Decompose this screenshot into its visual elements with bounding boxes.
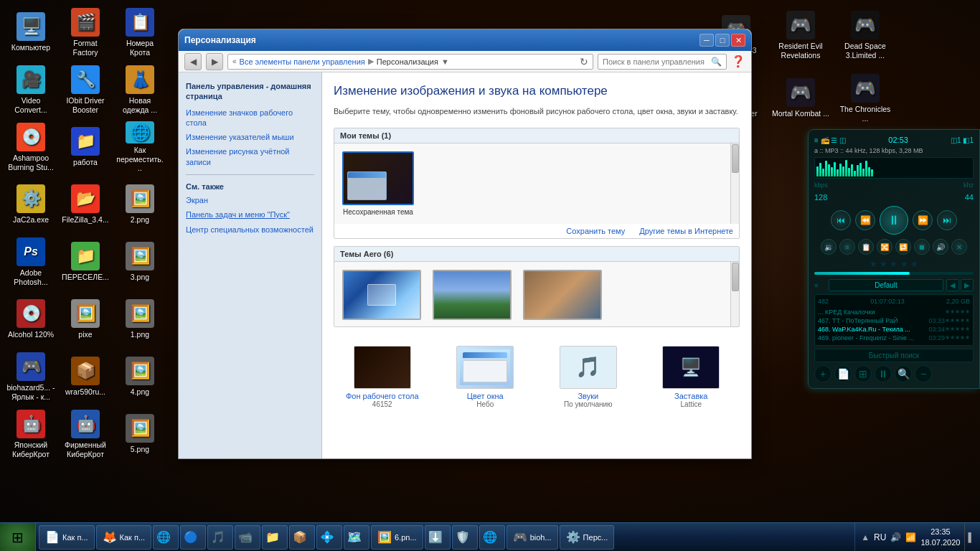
- player-minus-btn[interactable]: −: [915, 365, 932, 382]
- player-vol-down[interactable]: 🔉: [821, 239, 837, 255]
- bottom-item-screensaver[interactable]: 🖥️ Заставка Lattice: [643, 340, 740, 414]
- address-link[interactable]: Все элементы панели управления: [240, 57, 365, 66]
- sidebar-item-iobit[interactable]: 🔧 IObit Driver Booster: [58, 61, 113, 118]
- player-pause-btn[interactable]: ⏸: [880, 206, 908, 235]
- taskbar-bioh[interactable]: 🎮 bioh...: [507, 525, 558, 550]
- search-bar[interactable]: 🔍: [598, 54, 727, 70]
- sidebar-item-format-factory[interactable]: 🎬 Format Factory: [58, 4, 113, 61]
- bottom-item-desktop-bg-label[interactable]: Фон рабочего стола: [346, 392, 419, 400]
- sidebar-item-pixe[interactable]: 🖼️ pixe: [58, 291, 113, 348]
- sidebar-item-computer[interactable]: 🖥️ Компьютер: [4, 4, 58, 61]
- taskbar-chrome[interactable]: 🌐: [153, 525, 179, 550]
- playlist-item-0[interactable]: ... КРЕД Качалочки ★★★★★: [818, 308, 970, 316]
- sidebar-item-alcohol[interactable]: 💿 Alcohol 120%: [4, 291, 58, 348]
- taskbar-vlc[interactable]: 📹: [235, 525, 260, 550]
- aero-theme-windows7[interactable]: [340, 268, 423, 325]
- bottom-item-sounds[interactable]: 🎵 Звуки По умолчанию: [540, 340, 637, 414]
- aero-theme-abstract[interactable]: [521, 268, 604, 325]
- sidebar-link-screen[interactable]: Экран: [186, 195, 314, 205]
- bottom-item-desktop-bg[interactable]: Фон рабочего стола 46152: [334, 340, 431, 414]
- sidebar-item-jac2a[interactable]: ⚙️ JaC2a.exe: [4, 176, 58, 233]
- bottom-item-screensaver-label[interactable]: Заставка: [674, 392, 707, 400]
- player-preset-prev[interactable]: ◀: [946, 279, 959, 291]
- player-eq-btn[interactable]: ≡: [839, 239, 855, 255]
- bottom-item-window-color[interactable]: Цвет окна Небо: [437, 340, 534, 414]
- sidebar-item-nomera[interactable]: 📋 Номера Крота: [113, 4, 167, 61]
- theme-item-unsaved[interactable]: Несохраненная тема: [340, 149, 416, 218]
- sidebar-item-ps[interactable]: Ps Adobe Photosh...: [4, 233, 58, 291]
- tray-volume[interactable]: 🔊: [890, 532, 901, 542]
- nav-back-btn[interactable]: ◀: [184, 53, 202, 70]
- bottom-item-window-color-label[interactable]: Цвет окна: [467, 392, 504, 400]
- desktop-icon-chronicles[interactable]: 🎮 The Chronicles ...: [833, 67, 897, 130]
- sidebar-item-filezilla[interactable]: 📂 FileZilla_3.4...: [58, 176, 113, 233]
- player-add-btn[interactable]: +: [814, 365, 831, 382]
- sidebar-item-video[interactable]: 🎥 Video Convert...: [4, 61, 58, 118]
- window-minimize-btn[interactable]: ─: [699, 34, 714, 47]
- taskbar-network[interactable]: 🌐: [479, 525, 505, 550]
- sidebar-link-access[interactable]: Центр специальных возможностей: [186, 225, 314, 235]
- playlist-item-3[interactable]: 469. pioneer - Frequenz - Sinie ... 03:2…: [818, 334, 970, 342]
- sidebar-item-1png[interactable]: 🖼️ 1.png: [113, 291, 167, 348]
- player-progress[interactable]: [814, 272, 974, 275]
- player-close-btn[interactable]: ✕: [951, 239, 967, 255]
- desktop-icon-dead-space[interactable]: 🎮 Dead Space 3.Limited ...: [833, 4, 897, 67]
- sidebar-link-icons[interactable]: Изменение значков рабочего стола: [186, 108, 314, 128]
- playlist-item-1[interactable]: 467. ТТ - ПоТерянный РаЙ 03:33 ★★★★★: [818, 316, 970, 325]
- player-shuffle-btn[interactable]: 🔀: [877, 239, 892, 255]
- sidebar-item-rabota[interactable]: 📁 работа: [58, 118, 113, 176]
- player-grid-btn[interactable]: ⊞: [854, 365, 872, 382]
- sidebar-link-mouse[interactable]: Изменение указателей мыши: [186, 132, 314, 142]
- nav-forward-btn[interactable]: ▶: [206, 53, 223, 70]
- taskbar-pers[interactable]: ⚙️ Перс...: [560, 525, 615, 550]
- taskbar-torrent[interactable]: ⬇️: [425, 525, 451, 550]
- player-forward-btn[interactable]: ⏩: [913, 210, 933, 230]
- taskbar-antivirus[interactable]: 🛡️: [452, 525, 478, 550]
- desktop-icon-resident-evil[interactable]: 🎮 Resident Evil Revelations: [768, 4, 833, 67]
- address-refresh-btn[interactable]: ↻: [580, 56, 588, 67]
- playlist-item-2[interactable]: 468. WaP.Ka4Ka.Ru - Текила ... 03:34 ★★★…: [818, 325, 970, 334]
- player-rewind-btn[interactable]: ⏪: [855, 210, 875, 230]
- sidebar-item-peresel[interactable]: 📁 ПЕРЕСЕЛЕ...: [58, 233, 113, 291]
- aero-theme-landscape[interactable]: [430, 268, 514, 325]
- sidebar-item-5png[interactable]: 🖼️ 5.png: [113, 405, 167, 463]
- player-next-btn[interactable]: ⏭: [937, 210, 957, 230]
- player-repeat-btn[interactable]: 🔁: [895, 239, 911, 255]
- taskbar-map[interactable]: 🗺️: [344, 525, 369, 550]
- help-icon[interactable]: ❓: [731, 55, 745, 68]
- desktop-icon-mortal-kombat[interactable]: 🎮 Mortal Kombat ...: [768, 67, 833, 130]
- player-list-btn[interactable]: 📋: [858, 239, 874, 255]
- sidebar-item-4png[interactable]: 🖼️ 4.png: [113, 348, 167, 405]
- sidebar-item-move[interactable]: 🌐 Как переместить...: [113, 118, 167, 176]
- player-search2-btn[interactable]: 🔍: [895, 365, 912, 382]
- taskbar-firefox[interactable]: 🦊 Как п...: [96, 525, 152, 550]
- player-file-btn[interactable]: 📄: [834, 365, 852, 382]
- player-stop-btn[interactable]: ⏹: [914, 239, 930, 255]
- internet-themes-link[interactable]: Другие темы в Интернете: [639, 227, 733, 235]
- show-desktop-btn[interactable]: ▌: [964, 523, 974, 551]
- taskbar-7zip[interactable]: 📦: [289, 525, 315, 550]
- sidebar-link-account[interactable]: Изменение рисунка учётной записи: [186, 146, 314, 167]
- player-prev-btn[interactable]: ⏮: [831, 210, 851, 230]
- search-input[interactable]: [603, 57, 711, 66]
- taskbar-ie[interactable]: 🔵: [180, 525, 206, 550]
- aero-scrollbar[interactable]: [730, 262, 739, 326]
- player-preset[interactable]: Default: [829, 279, 943, 291]
- sidebar-item-clothes[interactable]: 👗 Новая одежда ...: [113, 61, 167, 118]
- search-icon[interactable]: 🔍: [711, 57, 722, 67]
- tray-arrow[interactable]: ▲: [861, 532, 870, 542]
- sidebar-item-biohazard[interactable]: 🎮 biohazard5... - Ярлык - к...: [4, 348, 58, 405]
- sidebar-link-taskbar[interactable]: Панель задач и меню "Пуск": [186, 209, 314, 220]
- player-preset-next[interactable]: ▶: [961, 279, 974, 291]
- taskbar-vmware[interactable]: 💠: [316, 525, 342, 550]
- sidebar-item-ashampoo[interactable]: 💿 Ashampoo Burning Stu...: [4, 118, 58, 176]
- sidebar-item-firma[interactable]: 🤖 Фирменный КиберКрот: [58, 405, 113, 463]
- start-button[interactable]: ⊞: [0, 523, 36, 552]
- address-bar[interactable]: « Все элементы панели управления ▶ Персо…: [227, 54, 593, 70]
- player-search-btn[interactable]: Быстрый поиск: [814, 349, 974, 362]
- taskbar-bpn[interactable]: 🖼️ 6.pn...: [371, 525, 423, 550]
- taskbar-explorer[interactable]: 📁: [262, 525, 288, 550]
- taskbar-pinned-word[interactable]: 📄 Как п...: [39, 525, 95, 550]
- window-close-btn[interactable]: ✕: [731, 34, 745, 47]
- bottom-item-sounds-label[interactable]: Звуки: [578, 392, 598, 400]
